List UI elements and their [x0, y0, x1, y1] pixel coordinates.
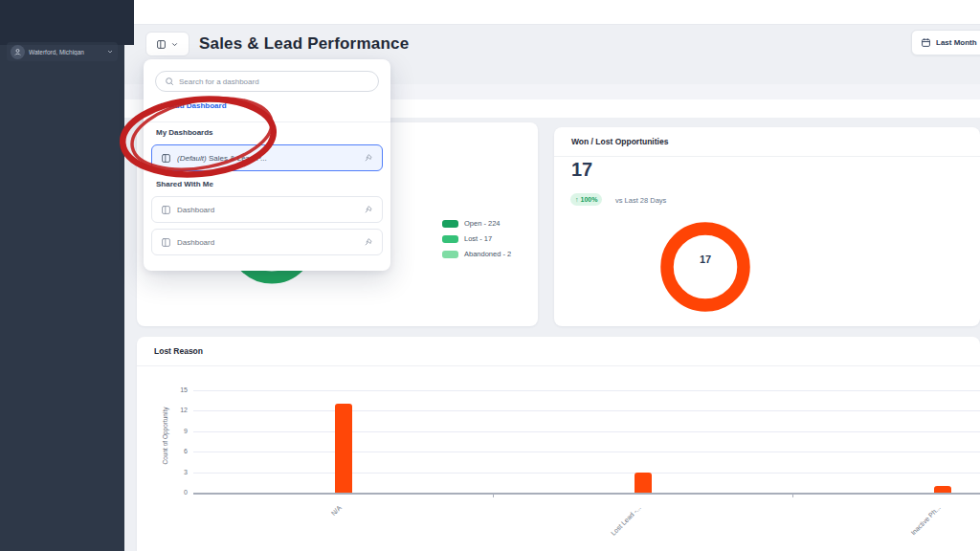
location-label: Waterford, Michigan: [29, 49, 102, 55]
chevron-down-icon: [170, 40, 179, 49]
x-tick-label: Inactive Ph...: [893, 504, 941, 551]
x-tick-label: Lost Lead -...: [593, 504, 641, 551]
dashboard-item-selected[interactable]: (Default) Sales & Lead P...: [151, 144, 383, 171]
x-tick-mark: [493, 494, 494, 497]
won-lost-card: Won / Lost Opportunities 17 ↑ 100% vs La…: [554, 127, 980, 326]
legend-swatch: [442, 251, 458, 258]
bar-inactive-ph-: [934, 486, 951, 493]
add-dashboard-label: Add Dashboard: [169, 101, 227, 110]
donut-center-value: 17: [686, 253, 724, 265]
dashboard-item-label: (Default) Sales & Lead P...: [177, 154, 358, 163]
divider: [144, 121, 390, 122]
legend-label: Open - 224: [464, 219, 501, 228]
x-tick-mark: [792, 494, 793, 497]
compare-label: vs Last 28 Days: [615, 196, 666, 205]
delta-value: 100%: [581, 196, 598, 203]
gridline: [193, 390, 980, 391]
card-title-row: Won / Lost Opportunities: [554, 127, 980, 157]
pin-icon[interactable]: [364, 237, 373, 247]
legend-label: Abandoned - 2: [464, 250, 511, 258]
dash-layout-icon: [161, 205, 171, 215]
gridline: [193, 452, 980, 452]
x-tick-label: N/A: [294, 504, 342, 551]
lost-reason-card: Lost Reason Count of Opportunity 0369121…: [137, 337, 980, 551]
layout-grid-icon: [156, 39, 167, 50]
card-title: Won / Lost Opportunities: [571, 137, 668, 146]
legend-swatch: [442, 235, 458, 243]
y-tick-label: 15: [172, 386, 188, 393]
my-dashboards-label: My Dashboards: [156, 128, 213, 137]
dashboard-search-input[interactable]: Search for a dashboard: [155, 71, 379, 92]
bar-lost-lead-: [635, 473, 652, 493]
page-title: Sales & Lead Performance: [199, 34, 409, 54]
won-lost-donut-chart: [659, 221, 751, 313]
legend-item: Lost - 17: [442, 234, 492, 243]
gridline: [193, 410, 980, 411]
won-lost-total: 17: [571, 159, 592, 181]
dashboard-dropdown-panel: Search for a dashboard Add Dashboard My …: [144, 59, 390, 271]
legend-swatch: [442, 220, 458, 228]
legend-item: Abandoned - 2: [442, 250, 511, 258]
top-header-strip: [124, 0, 980, 25]
add-dashboard-button[interactable]: Add Dashboard: [157, 101, 227, 110]
calendar-icon: [921, 37, 931, 48]
dashboard-search-placeholder: Search for a dashboard: [179, 77, 259, 86]
dashboard-item[interactable]: Dashboard: [151, 229, 383, 255]
dash-layout-icon: [161, 237, 171, 248]
date-filter-button[interactable]: Last Month: [911, 30, 980, 55]
pin-icon[interactable]: [364, 205, 373, 214]
delta-badge: ↑ 100%: [570, 193, 602, 206]
dashboard-item-label: Dashboard: [177, 206, 358, 214]
y-axis-label: Count of Opportunity: [162, 408, 168, 465]
pin-icon[interactable]: [364, 153, 373, 163]
card-title-row: Lost Reason: [137, 337, 980, 366]
chevron-down-icon: [106, 48, 114, 55]
y-tick-label: 3: [172, 469, 188, 475]
plus-icon: [157, 101, 166, 110]
location-switcher[interactable]: Waterford, Michigan: [7, 42, 118, 61]
person-icon: [13, 48, 22, 56]
bar-n-a: [335, 404, 352, 493]
search-icon: [165, 77, 174, 86]
y-tick-label: 0: [172, 489, 188, 496]
dash-layout-icon: [161, 153, 171, 164]
y-tick-label: 12: [172, 407, 188, 413]
arrow-up-icon: ↑: [575, 196, 579, 203]
y-tick-label: 6: [172, 448, 188, 454]
gridline: [193, 473, 980, 474]
dashboard-switcher-button[interactable]: [145, 32, 189, 56]
shared-with-me-label: Shared With Me: [156, 180, 213, 188]
dashboard-item-label: Dashboard: [177, 238, 358, 247]
legend-item: Open - 224: [442, 219, 501, 228]
legend-label: Lost - 17: [464, 234, 492, 243]
x-axis: [193, 493, 980, 495]
sidebar: [0, 0, 124, 551]
avatar: [11, 45, 25, 59]
sidebar-header-block: [0, 0, 134, 45]
y-tick-label: 9: [172, 428, 188, 434]
card-title: Lost Reason: [154, 346, 203, 356]
date-filter-label: Last Month: [936, 38, 977, 47]
dashboard-item[interactable]: Dashboard: [151, 196, 383, 223]
gridline: [193, 431, 980, 432]
